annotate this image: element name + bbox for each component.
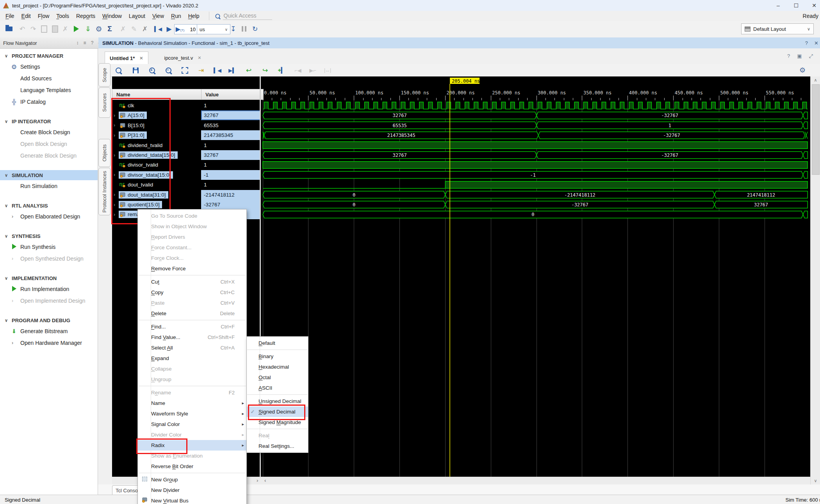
- flownav-item-generate-bitstream[interactable]: ⇓Generate Bitstream: [0, 325, 98, 337]
- flownav-section-synthesis[interactable]: ∨SYNTHESIS: [0, 231, 98, 241]
- flownav-item-run-synthesis[interactable]: Run Synthesis: [0, 241, 98, 253]
- menu-layout[interactable]: Layout: [129, 13, 145, 19]
- find-icon[interactable]: [113, 64, 123, 76]
- help-icon[interactable]: ?: [91, 40, 94, 46]
- menu-window[interactable]: Window: [102, 13, 122, 19]
- flownav-item-run-implementation[interactable]: Run Implementation: [0, 283, 98, 295]
- menu-item-rename[interactable]: RenameF2: [138, 387, 246, 398]
- menu-item-octal[interactable]: Octal: [247, 372, 308, 383]
- flownav-item-run-simulation[interactable]: Run Simulation: [0, 180, 98, 192]
- flownav-section-rtl-analysis[interactable]: ∨RTL ANALYSIS: [0, 201, 98, 211]
- signal-name-divisor-tdata-15-0-[interactable]: ›divisor_tdata[15:0]: [112, 170, 200, 180]
- menu-item-force-constant[interactable]: Force Constant...: [138, 242, 246, 253]
- signal-name-b-15-0-[interactable]: ›B[15:0]: [112, 121, 200, 130]
- redo-icon[interactable]: ↷: [28, 21, 38, 37]
- flownav-item-generate-block-design[interactable]: Generate Block Design: [0, 150, 98, 161]
- signal-value-clk[interactable]: 1: [201, 101, 260, 110]
- flownav-item-create-block-design[interactable]: Create Block Design: [0, 126, 98, 138]
- close-button[interactable]: ✕: [808, 2, 820, 9]
- menu-reports[interactable]: Reports: [76, 13, 95, 19]
- prev-transition-icon[interactable]: ▍◀: [212, 64, 223, 76]
- signal-value-divisor-tvalid[interactable]: 1: [201, 160, 260, 170]
- open-project-icon[interactable]: [4, 21, 14, 37]
- expand-icon[interactable]: ›: [114, 133, 119, 138]
- minimize-button[interactable]: –: [772, 2, 784, 9]
- signal-value-b-15-0-[interactable]: 65535: [201, 121, 260, 130]
- signal-value-dividend-tvalid[interactable]: 1: [201, 140, 260, 150]
- menu-item-show-in-object-window[interactable]: Show in Object Window: [138, 221, 246, 232]
- signal-value-dout-tdata-31-0-[interactable]: -2147418112: [201, 190, 260, 200]
- next-transition-icon[interactable]: ▶▍: [227, 64, 237, 76]
- expand-icon[interactable]: ›: [114, 212, 119, 217]
- maximize-button[interactable]: ☐: [790, 2, 802, 9]
- help-icon[interactable]: ?: [787, 53, 790, 59]
- layout-selector[interactable]: Default Layout ∨: [741, 23, 814, 34]
- flownav-section-simulation[interactable]: ∨SIMULATION: [0, 170, 98, 180]
- flownav-item-open-implemented-design[interactable]: ›Open Implemented Design: [0, 295, 98, 307]
- signal-value-dividend-tdata-15-0-[interactable]: 32767: [201, 150, 260, 160]
- flownav-section-ip-integrator[interactable]: ∨IP INTEGRATOR: [0, 116, 98, 126]
- zoom-to-cursor-icon[interactable]: ⇥: [196, 64, 206, 76]
- vertical-scrollbar[interactable]: ∧ ∨: [810, 76, 820, 484]
- flownav-item-open-elaborated-design[interactable]: ›Open Elaborated Design: [0, 211, 98, 222]
- scroll-left-icon[interactable]: ‹: [264, 477, 266, 483]
- step-icon[interactable]: ↧: [228, 21, 238, 37]
- flownav-section-project-manager[interactable]: ∨PROJECT MANAGER: [0, 51, 98, 61]
- signal-name-a-15-0-[interactable]: ›A[15:0]: [112, 110, 200, 120]
- swap-cursor-icon[interactable]: ↩: [244, 64, 254, 76]
- menu-item-collapse[interactable]: Collapse: [138, 364, 246, 374]
- close-tab-icon[interactable]: ✕: [139, 56, 143, 61]
- menu-item-binary[interactable]: Binary: [247, 351, 308, 362]
- signal-value-p-31-0-[interactable]: 2147385345: [201, 130, 260, 140]
- goto-time-0-gray-icon[interactable]: ⌐◀: [293, 64, 303, 76]
- signal-name-quotient-15-0-[interactable]: ›quotient[15:0]: [112, 200, 200, 209]
- signal-value-a-15-0-[interactable]: 32767: [201, 110, 260, 120]
- expand-icon[interactable]: ›: [114, 202, 119, 208]
- flownav-item-settings[interactable]: ⚙Settings: [0, 61, 98, 73]
- menu-item-divider-color[interactable]: Divider Color▸: [138, 429, 246, 440]
- menu-item-default[interactable]: Default: [247, 338, 308, 348]
- signal-name-p-31-0-[interactable]: ›P[31:0]: [112, 130, 200, 140]
- relaunch-icon[interactable]: ↻: [250, 21, 260, 37]
- menu-tools[interactable]: Tools: [56, 13, 69, 19]
- signal-name-dout-tvalid[interactable]: dout_tvalid: [112, 180, 200, 190]
- menu-item-copy[interactable]: CopyCtrl+C: [138, 287, 246, 298]
- expand-icon[interactable]: ›: [114, 153, 119, 158]
- menu-item-new-group[interactable]: New Group: [138, 474, 246, 485]
- tab-ipcore-test-v[interactable]: ipcore_test.v✕: [160, 51, 206, 64]
- menu-item-ascii[interactable]: ASCII: [247, 383, 308, 393]
- waveform-settings-gear-icon[interactable]: ⚙: [797, 64, 808, 76]
- float-window-icon[interactable]: ▣: [797, 53, 802, 59]
- expand-icon[interactable]: ≡: [84, 40, 86, 46]
- undo-icon[interactable]: ↶: [17, 21, 27, 37]
- run-icon[interactable]: [71, 21, 81, 37]
- menu-flow[interactable]: Flow: [38, 13, 50, 19]
- menu-item-new-divider[interactable]: New Divider: [138, 485, 246, 495]
- report-sigma-icon[interactable]: Σ: [105, 21, 115, 37]
- menu-item-delete[interactable]: DeleteDelete: [138, 308, 246, 319]
- add-marker-icon[interactable]: +▎: [276, 64, 287, 76]
- expand-icon[interactable]: ›: [114, 192, 119, 197]
- menu-item-remove-force[interactable]: Remove Force: [138, 263, 246, 274]
- scroll-right-icon[interactable]: ›: [257, 477, 258, 483]
- menu-item-find[interactable]: Find...Ctrl+F: [138, 321, 246, 332]
- flownav-section-program-and-debug[interactable]: ∨PROGRAM AND DEBUG: [0, 315, 98, 325]
- settings-gear-icon[interactable]: ⚙: [94, 21, 104, 37]
- restart-sim-icon[interactable]: ▍◀: [153, 21, 163, 37]
- menu-item-new-virtual-bus[interactable]: New Virtual Bus: [138, 495, 246, 504]
- menu-item-expand[interactable]: Expand: [138, 353, 246, 364]
- copy-icon[interactable]: [39, 21, 49, 37]
- flownav-item-language-templates[interactable]: Language Templates: [0, 84, 98, 96]
- menu-file[interactable]: File: [5, 13, 14, 19]
- save-waveform-icon[interactable]: [130, 64, 141, 76]
- close-panel-icon[interactable]: ✕: [814, 40, 818, 46]
- menu-item-paste[interactable]: PasteCtrl+V: [138, 298, 246, 308]
- fit-range-gray-icon[interactable]: |↔|: [323, 64, 333, 76]
- tab-untitled-1-[interactable]: Untitled 1*✕: [105, 51, 148, 64]
- menu-item-show-as-enumeration[interactable]: Show as Enumeration: [138, 451, 246, 461]
- maximize-panel-icon[interactable]: ⤢: [809, 53, 813, 59]
- scroll-down-icon[interactable]: ∨: [811, 478, 820, 483]
- menu-item-signed-magnitude[interactable]: Signed Magnitude: [247, 417, 308, 428]
- pause-icon[interactable]: [239, 21, 249, 37]
- menu-item-real-settings[interactable]: Real Settings...: [247, 441, 308, 451]
